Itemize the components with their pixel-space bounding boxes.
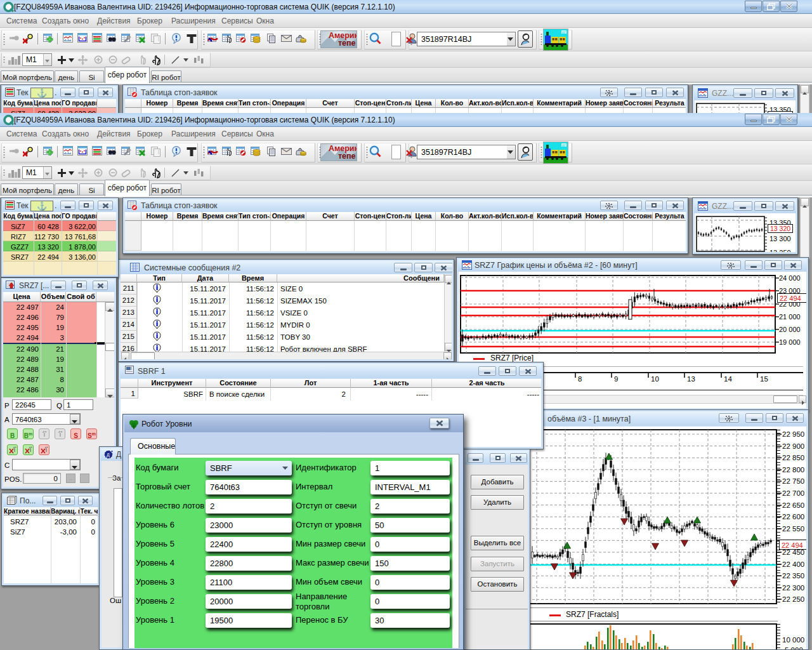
svg-text:Д: Д xyxy=(107,453,110,458)
